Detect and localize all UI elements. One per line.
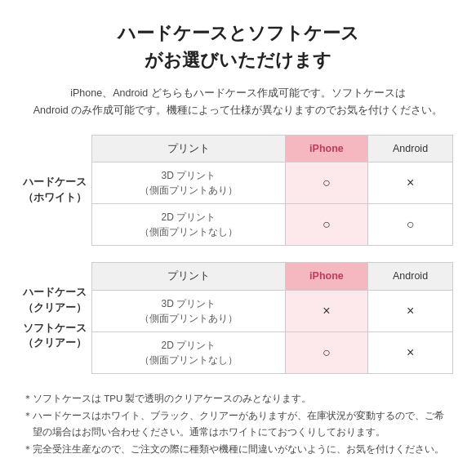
note-item: 完全受注生産なので、ご注文の際に種類や機種に間違いがないように、お気を付けくださ… (23, 441, 453, 458)
col-iphone-header-1: iPhone (285, 135, 367, 162)
row-iphone-val: ○ (285, 162, 367, 204)
notes-section: ソフトケースは TPU 製で透明のクリアケースのみとなります。ハードケースはホワ… (23, 390, 453, 458)
row-android-val: × (368, 162, 453, 204)
note-item: ソフトケースは TPU 製で透明のクリアケースのみとなります。 (23, 390, 453, 407)
row-android-val: ○ (368, 204, 453, 246)
row-iphone-val: ○ (285, 204, 367, 246)
col-iphone-header-2: iPhone (285, 263, 367, 291)
row-iphone-val: × (285, 291, 367, 332)
row-header-2: ハードケース （クリアー） ソフトケース （クリアー） (23, 262, 91, 374)
row-label: 3D プリント（側面プリントあり） (92, 162, 286, 204)
row-label: 2D プリント（側面プリントなし） (92, 204, 286, 246)
row-header-1: ハードケース （ホワイト） (23, 135, 91, 247)
row-iphone-val: ○ (285, 332, 367, 374)
note-item: ハードケースはホワイト、ブラック、クリアーがありますが、在庫状況が変動するので、… (23, 407, 453, 441)
grid-table-1: プリント iPhone Android 3D プリント（側面プリントあり） ○ … (91, 135, 453, 247)
row-android-val: × (368, 332, 453, 374)
row-label: 3D プリント（側面プリントあり） (92, 291, 286, 332)
table-row: 2D プリント（側面プリントなし） ○ ○ (92, 204, 453, 246)
col-android-header-2: Android (368, 263, 453, 291)
table-row: 2D プリント（側面プリントなし） ○ × (92, 332, 453, 374)
table-row: 3D プリント（側面プリントあり） × × (92, 291, 453, 332)
col-android-header-1: Android (368, 135, 453, 162)
page-title: ハードケースとソフトケース がお選びいただけます (23, 20, 453, 73)
row-android-val: × (368, 291, 453, 332)
table-section-2: ハードケース （クリアー） ソフトケース （クリアー） プリント iPhone … (23, 262, 453, 374)
table-wrapper-1: ハードケース （ホワイト） プリント iPhone Android 3D プリン… (23, 135, 453, 247)
subtitle-text: iPhone、Android どちらもハードケース作成可能です。ソフトケースはA… (23, 85, 453, 120)
col-print-header-2: プリント (92, 263, 286, 291)
table-row: 3D プリント（側面プリントあり） ○ × (92, 162, 453, 204)
table-section-1: ハードケース （ホワイト） プリント iPhone Android 3D プリン… (23, 135, 453, 247)
table-wrapper-2: ハードケース （クリアー） ソフトケース （クリアー） プリント iPhone … (23, 262, 453, 374)
grid-table-2: プリント iPhone Android 3D プリント（側面プリントあり） × … (91, 262, 453, 374)
row-label: 2D プリント（側面プリントなし） (92, 332, 286, 374)
col-print-header-1: プリント (92, 135, 286, 162)
